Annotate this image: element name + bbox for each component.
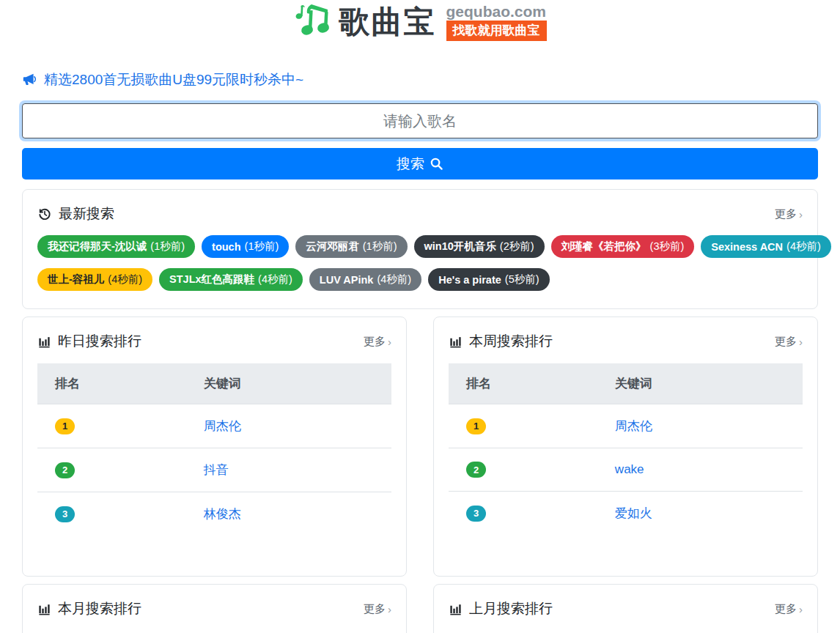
chevron-right-icon: ›	[388, 336, 391, 348]
search-tag[interactable]: touch (1秒前)	[202, 235, 289, 258]
site-tagline: 找歌就用歌曲宝	[446, 21, 547, 40]
search-button-label: 搜索	[397, 155, 424, 174]
tag-time: (4秒前)	[108, 273, 142, 286]
bar-chart-icon	[449, 335, 463, 349]
latest-search-header: 最新搜索 更多 ›	[37, 204, 803, 223]
latest-search-card: 最新搜索 更多 › 我还记得那天-沈以诚 (1秒前) touch (1秒前) 云…	[22, 189, 818, 309]
tag-label: 我还记得那天-沈以诚	[48, 240, 147, 253]
search-tag[interactable]: STJLx红色高跟鞋 (4秒前)	[159, 268, 303, 291]
tag-time: (1秒前)	[363, 240, 397, 253]
tag-time: (4秒前)	[377, 273, 411, 286]
rank-card-month: 本月搜索排行 更多 ›	[22, 584, 407, 633]
rank-card-title: 上月搜索排行	[469, 599, 553, 618]
column-header-rank: 排名	[37, 363, 186, 404]
rank-card-title: 本月搜索排行	[58, 599, 141, 618]
rank-card-more-link[interactable]: 更多 ›	[364, 602, 391, 616]
more-label: 更多	[775, 207, 797, 221]
latest-search-tags: 我还记得那天-沈以诚 (1秒前) touch (1秒前) 云河邓丽君 (1秒前)…	[37, 235, 803, 291]
tag-label: Sexiness ACN	[711, 241, 783, 253]
bar-chart-icon	[37, 602, 51, 616]
tag-label: 世上-容祖儿	[48, 273, 104, 286]
keyword-link[interactable]: 周杰伦	[204, 419, 241, 433]
rank-card-last-month: 上月搜索排行 更多 ›	[433, 584, 818, 633]
keyword-link[interactable]: 林俊杰	[204, 507, 241, 521]
tag-time: (1秒前)	[245, 240, 279, 253]
rank-card-more-link[interactable]: 更多 ›	[775, 602, 803, 616]
rank-table: 排名 关键词 1 周杰伦 2 wake 3 爱如火	[449, 363, 803, 535]
keyword-link[interactable]: 爱如火	[615, 506, 652, 520]
search-input[interactable]	[22, 103, 818, 138]
announcement-link[interactable]: 精选2800首无损歌曲U盘99元限时秒杀中~	[22, 70, 818, 89]
tag-label: win10开机音乐	[424, 240, 496, 253]
tag-label: touch	[212, 241, 240, 253]
rank-badge: 1	[55, 418, 75, 434]
rank-card-week: 本周搜索排行 更多 › 排名 关键词 1 周杰伦 2 wake	[433, 316, 818, 577]
header: 歌曲宝 gequbao.com 找歌就用歌曲宝	[22, 0, 818, 42]
search-tag[interactable]: 世上-容祖儿 (4秒前)	[37, 268, 152, 291]
chevron-right-icon: ›	[799, 603, 803, 615]
search-tag[interactable]: He's a pirate (5秒前)	[428, 268, 549, 291]
table-row: 3 爱如火	[449, 492, 803, 536]
search-tag[interactable]: 云河邓丽君 (1秒前)	[295, 235, 407, 258]
music-note-icon	[294, 3, 332, 41]
rank-card-more-link[interactable]: 更多 ›	[775, 335, 803, 349]
tag-label: STJLx红色高跟鞋	[169, 273, 254, 286]
column-header-keyword: 关键词	[597, 363, 803, 404]
tag-row-1: 我还记得那天-沈以诚 (1秒前) touch (1秒前) 云河邓丽君 (1秒前)…	[37, 235, 803, 258]
history-icon	[37, 207, 52, 221]
column-header-rank: 排名	[449, 363, 597, 404]
rank-badge: 2	[55, 462, 75, 478]
site-domain: gequbao.com	[446, 3, 547, 20]
more-label: 更多	[775, 602, 797, 616]
rank-badge: 3	[466, 506, 486, 522]
chevron-right-icon: ›	[799, 336, 803, 348]
rank-cards-bottom: 本月搜索排行 更多 › 上月搜索排行 更	[22, 584, 818, 633]
announcement-text: 精选2800首无损歌曲U盘99元限时秒杀中~	[44, 70, 303, 89]
search-icon	[430, 157, 443, 171]
tag-label: He's a pirate	[438, 274, 501, 286]
rank-card-title: 昨日搜索排行	[58, 332, 141, 351]
table-row: 1 周杰伦	[37, 404, 391, 448]
search-button[interactable]: 搜索	[22, 148, 818, 179]
search-tag[interactable]: LUV APink (4秒前)	[309, 268, 421, 291]
table-row: 3 林俊杰	[37, 492, 391, 536]
search-tag[interactable]: Sexiness ACN (4秒前)	[701, 235, 831, 258]
logo-right: gequbao.com 找歌就用歌曲宝	[446, 3, 547, 40]
search-tag[interactable]: 我还记得那天-沈以诚 (1秒前)	[37, 235, 195, 258]
bar-chart-icon	[449, 602, 463, 616]
column-header-keyword: 关键词	[186, 363, 391, 404]
tag-time: (4秒前)	[258, 273, 292, 286]
more-label: 更多	[364, 335, 386, 349]
chevron-right-icon: ›	[799, 208, 803, 221]
keyword-link[interactable]: 周杰伦	[615, 419, 652, 433]
latest-search-title-wrap: 最新搜索	[37, 204, 114, 223]
keyword-link[interactable]: wake	[615, 462, 644, 476]
megaphone-icon	[22, 72, 38, 88]
tag-time: (5秒前)	[505, 273, 539, 286]
search-tag[interactable]: win10开机音乐 (2秒前)	[414, 235, 545, 258]
keyword-link[interactable]: 抖音	[204, 463, 229, 477]
rank-badge: 2	[466, 462, 486, 478]
table-row: 1 周杰伦	[449, 404, 803, 448]
rank-badge: 1	[466, 418, 486, 434]
logo-link[interactable]: 歌曲宝 gequbao.com 找歌就用歌曲宝	[294, 1, 547, 42]
rank-table: 排名 关键词 1 周杰伦 2 抖音 3 林俊杰	[37, 363, 391, 536]
rank-cards-top: 昨日搜索排行 更多 › 排名 关键词 1 周杰伦 2 抖音	[22, 316, 818, 577]
latest-search-title: 最新搜索	[59, 204, 114, 223]
rank-card-more-link[interactable]: 更多 ›	[364, 335, 391, 349]
rank-badge: 3	[55, 506, 75, 522]
more-label: 更多	[775, 335, 797, 349]
page: 歌曲宝 gequbao.com 找歌就用歌曲宝 精选2800首无损歌曲U盘99元…	[0, 0, 840, 633]
rank-card-title: 本周搜索排行	[469, 332, 553, 351]
tag-row-2: 世上-容祖儿 (4秒前) STJLx红色高跟鞋 (4秒前) LUV APink …	[37, 268, 803, 291]
tag-time: (3秒前)	[650, 240, 685, 253]
tag-time: (4秒前)	[786, 240, 821, 253]
rank-card-yesterday: 昨日搜索排行 更多 › 排名 关键词 1 周杰伦 2 抖音	[22, 316, 407, 577]
tag-time: (1秒前)	[150, 240, 185, 253]
table-row: 2 抖音	[37, 448, 391, 492]
search-tag[interactable]: 刘瑾睿《若把你》 (3秒前)	[551, 235, 695, 258]
latest-search-more-link[interactable]: 更多 ›	[775, 207, 803, 221]
table-row: 2 wake	[449, 448, 803, 492]
tag-label: 刘瑾睿《若把你》	[561, 240, 646, 253]
chevron-right-icon: ›	[388, 603, 391, 615]
